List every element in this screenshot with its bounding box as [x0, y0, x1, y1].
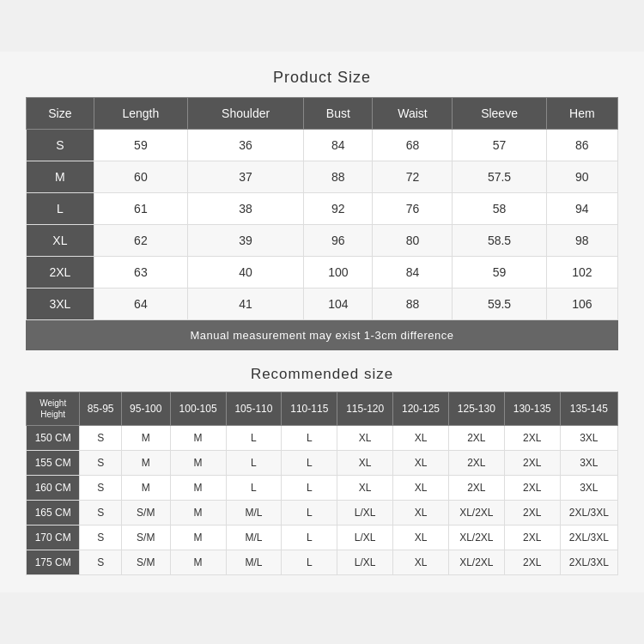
- size-recommendation: S: [80, 501, 122, 526]
- recommended-row: 160 CMSMMLLXLXL2XL2XL3XL: [27, 476, 618, 501]
- size-label: 2XL: [27, 257, 94, 289]
- weight-header: 130-135: [504, 392, 560, 426]
- size-value: 76: [373, 193, 453, 225]
- size-value: 96: [304, 225, 373, 257]
- size-value: 86: [546, 130, 617, 161]
- product-size-header: Hem: [546, 98, 617, 130]
- size-value: 106: [546, 289, 617, 320]
- size-recommendation: 2XL: [448, 476, 504, 501]
- size-recommendation: 2XL/3XL: [560, 501, 617, 526]
- size-value: 94: [546, 193, 617, 225]
- size-recommendation: S/M: [121, 550, 170, 575]
- size-value: 80: [373, 225, 453, 257]
- size-recommendation: M/L: [226, 526, 282, 550]
- size-recommendation: 2XL/3XL: [560, 526, 617, 550]
- size-recommendation: S: [80, 451, 122, 476]
- size-recommendation: 2XL: [504, 526, 560, 550]
- height-label: 150 CM: [27, 426, 80, 451]
- measurement-note: Manual measurement may exist 1-3cm diffe…: [26, 320, 618, 350]
- product-size-header: Sleeve: [453, 98, 546, 130]
- size-recommendation: L/XL: [337, 550, 393, 575]
- size-recommendation: XL: [393, 501, 449, 526]
- weight-header: 120-125: [393, 392, 449, 426]
- size-recommendation: L/XL: [337, 501, 393, 526]
- size-recommendation: 2XL: [504, 550, 560, 575]
- size-value: 57.5: [453, 161, 546, 193]
- product-size-title: Product Size: [26, 69, 618, 87]
- size-recommendation: M: [170, 526, 226, 550]
- height-label: 160 CM: [27, 476, 80, 501]
- weight-header: 85-95: [80, 392, 122, 426]
- size-recommendation: M: [121, 426, 170, 451]
- size-recommendation: 3XL: [560, 426, 617, 451]
- size-value: 60: [94, 161, 187, 193]
- size-recommendation: M: [121, 476, 170, 501]
- size-recommendation: S: [80, 526, 122, 550]
- size-value: 58: [453, 193, 546, 225]
- product-size-header: Waist: [373, 98, 453, 130]
- height-label: 165 CM: [27, 501, 80, 526]
- size-value: 61: [94, 193, 187, 225]
- size-value: 104: [304, 289, 373, 320]
- size-recommendation: M: [170, 426, 226, 451]
- weight-header: 105-110: [226, 392, 282, 426]
- size-label: L: [27, 193, 94, 225]
- size-value: 98: [546, 225, 617, 257]
- size-recommendation: M: [170, 550, 226, 575]
- size-value: 59: [453, 257, 546, 289]
- height-label: 170 CM: [27, 526, 80, 550]
- weight-header: 135-145: [560, 392, 617, 426]
- recommended-row: 170 CMSS/MMM/LLL/XLXLXL/2XL2XL2XL/3XL: [27, 526, 618, 550]
- product-size-header: Length: [94, 98, 187, 130]
- size-value: 39: [188, 225, 304, 257]
- size-value: 38: [188, 193, 304, 225]
- size-recommendation: M: [170, 451, 226, 476]
- size-recommendation: S: [80, 426, 122, 451]
- size-value: 40: [188, 257, 304, 289]
- size-recommendation: S: [80, 476, 122, 501]
- size-recommendation: S/M: [121, 526, 170, 550]
- size-recommendation: L: [282, 526, 337, 550]
- size-value: 58.5: [453, 225, 546, 257]
- product-size-row: L613892765894: [27, 193, 618, 225]
- recommended-row: 150 CMSMMLLXLXL2XL2XL3XL: [27, 426, 618, 451]
- size-value: 59: [94, 130, 187, 161]
- recommended-size-table: WeightHeight85-9595-100100-105105-110110…: [26, 392, 618, 575]
- size-value: 88: [304, 161, 373, 193]
- height-label: 155 CM: [27, 451, 80, 476]
- recommended-row: 165 CMSS/MMM/LLL/XLXLXL/2XL2XL2XL/3XL: [27, 501, 618, 526]
- recommended-header-row: WeightHeight85-9595-100100-105105-110110…: [27, 392, 618, 426]
- size-recommendation: XL/2XL: [448, 526, 504, 550]
- recommended-row: 155 CMSMMLLXLXL2XL2XL3XL: [27, 451, 618, 476]
- size-recommendation: 3XL: [560, 476, 617, 501]
- product-size-row: 2XL63401008459102: [27, 257, 618, 289]
- weight-header: 110-115: [282, 392, 337, 426]
- size-value: 100: [304, 257, 373, 289]
- size-recommendation: XL: [337, 451, 393, 476]
- size-label: M: [27, 161, 94, 193]
- size-value: 36: [188, 130, 304, 161]
- weight-header: 95-100: [121, 392, 170, 426]
- size-recommendation: XL: [393, 526, 449, 550]
- size-value: 59.5: [453, 289, 546, 320]
- size-recommendation: 2XL: [448, 426, 504, 451]
- size-recommendation: 3XL: [560, 451, 617, 476]
- size-recommendation: L: [282, 501, 337, 526]
- product-size-row: S593684685786: [27, 130, 618, 161]
- recommended-row: 175 CMSS/MMM/LLL/XLXLXL/2XL2XL2XL/3XL: [27, 550, 618, 575]
- size-recommendation: 2XL/3XL: [560, 550, 617, 575]
- size-value: 68: [373, 130, 453, 161]
- size-label: S: [27, 130, 94, 161]
- weight-header: 100-105: [170, 392, 226, 426]
- size-value: 63: [94, 257, 187, 289]
- size-recommendation: M: [170, 476, 226, 501]
- size-recommendation: M: [170, 501, 226, 526]
- size-recommendation: M/L: [226, 501, 282, 526]
- size-recommendation: XL: [393, 426, 449, 451]
- size-label: XL: [27, 225, 94, 257]
- size-recommendation: L: [282, 476, 337, 501]
- height-label: 175 CM: [27, 550, 80, 575]
- size-recommendation: XL: [337, 426, 393, 451]
- size-recommendation: M/L: [226, 550, 282, 575]
- size-recommendation: 2XL: [504, 476, 560, 501]
